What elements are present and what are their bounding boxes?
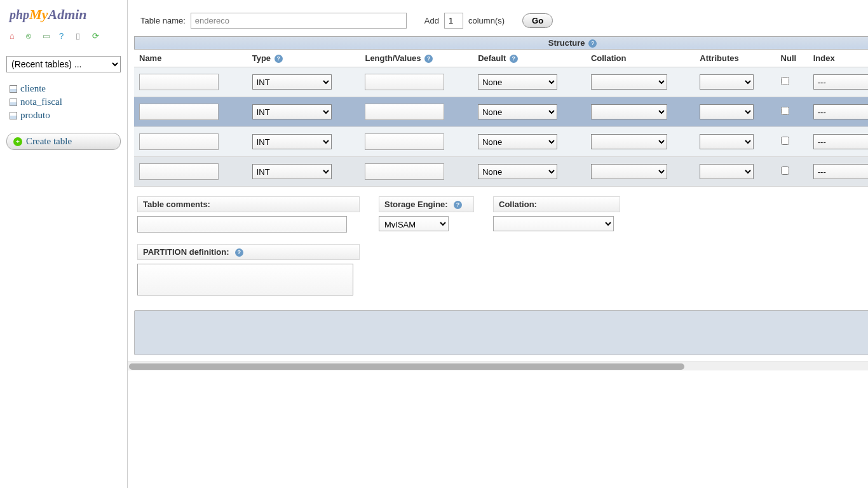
create-table-button[interactable]: + Create table [6,133,121,150]
col-index-select[interactable]: --- [813,164,868,179]
col-attributes-select[interactable] [700,74,754,90]
table-icon [10,85,17,93]
logo-php: php [10,8,29,22]
exit-icon[interactable]: ⎋ [26,31,36,41]
bottom-options: Table comments: PARTITION definition: ? … [134,196,868,297]
col-hdr-default: Default ? [473,50,586,67]
help-icon[interactable]: ? [454,201,462,209]
partition-label: PARTITION definition: ? [137,244,360,260]
recent-tables-select[interactable]: (Recent tables) ... [6,56,121,72]
main-panel: Table name: Add column(s) Go Structure ?… [127,0,868,488]
col-type-select[interactable]: INT [252,104,332,119]
table-icon [10,98,17,106]
table-name-input[interactable] [191,13,407,29]
table-icon [10,112,17,119]
table-link-nota-fiscal[interactable]: nota_fiscal [10,95,118,109]
help-icon[interactable]: ? [510,55,518,63]
columns-table: Name Type ? Length/Values ? Default ? Co… [134,50,868,187]
col-collation-select[interactable] [591,104,667,119]
help-icon[interactable]: ? [59,31,69,41]
horizontal-scrollbar[interactable] [128,362,868,370]
col-length-input[interactable] [365,163,444,180]
table-comments-label: Table comments: [137,196,360,212]
column-row: INT None --- [134,67,868,97]
col-default-select[interactable]: None [478,164,557,179]
col-hdr-type: Type ? [247,50,360,67]
storage-engine-label: Storage Engine: ? [379,196,474,212]
plus-icon: + [13,137,22,146]
add-columns-input[interactable] [444,13,463,29]
add-label: Add [424,16,439,25]
col-null-checkbox[interactable] [781,77,789,85]
docs-icon[interactable]: ▯ [76,31,86,41]
col-name-input[interactable] [139,163,219,180]
col-collation-select[interactable] [591,74,667,90]
collation-label: Collation: [493,196,620,212]
col-null-checkbox[interactable] [781,107,789,115]
partition-textarea[interactable] [137,264,353,295]
home-icon[interactable]: ⌂ [10,31,20,41]
col-collation-select[interactable] [591,134,667,149]
help-icon[interactable]: ? [424,55,433,63]
col-hdr-attributes: Attributes [695,50,775,67]
table-name-label: Table name: [140,16,186,25]
sidebar: phpMyAdmin ⌂ ⎋ ▭ ? ▯ ⟳ (Recent tables) .… [0,0,127,488]
column-row: INT None --- [134,157,868,187]
storage-engine-select[interactable]: MyISAM [379,216,449,231]
help-icon[interactable]: ? [588,39,597,48]
col-collation-select[interactable] [591,164,667,179]
col-default-select[interactable]: None [478,74,557,90]
col-index-select[interactable]: --- [813,74,868,90]
sql-icon[interactable]: ▭ [43,31,53,41]
nav-icons: ⌂ ⎋ ▭ ? ▯ ⟳ [0,26,127,46]
col-attributes-select[interactable] [700,104,754,119]
col-length-input[interactable] [365,104,444,120]
col-index-select[interactable]: --- [813,104,868,119]
col-null-checkbox[interactable] [781,137,789,145]
reload-icon[interactable]: ⟳ [92,31,102,41]
col-name-input[interactable] [139,74,219,90]
help-icon[interactable]: ? [235,248,243,257]
structure-header: Structure ? [134,36,868,50]
col-attributes-select[interactable] [700,134,754,149]
col-null-checkbox[interactable] [781,166,789,175]
column-row: INT None --- [134,127,868,157]
table-link-produto[interactable]: produto [10,109,118,122]
logo-my: My [29,6,48,22]
go-button[interactable]: Go [522,13,553,28]
db-table-list: cliente nota_fiscal produto [0,79,127,125]
create-table-label: Create table [26,136,72,147]
logo-admin: Admin [48,6,86,22]
col-hdr-index: Index [808,50,868,67]
top-bar: Table name: Add column(s) Go [134,13,868,29]
col-hdr-name: Name [134,50,247,67]
col-length-input[interactable] [365,133,444,150]
col-attributes-select[interactable] [700,164,754,179]
col-index-select[interactable]: --- [813,134,868,149]
col-name-input[interactable] [139,133,219,150]
col-type-select[interactable]: INT [252,134,332,149]
collation-select[interactable] [493,216,614,231]
col-hdr-null: Null [776,50,808,67]
col-default-select[interactable]: None [478,134,557,149]
recent-tables: (Recent tables) ... [6,56,121,72]
table-comments-input[interactable] [137,216,347,233]
col-type-select[interactable]: INT [252,74,332,90]
help-icon[interactable]: ? [275,55,283,63]
col-name-input[interactable] [139,104,219,120]
col-type-select[interactable]: INT [252,164,332,179]
table-link-cliente[interactable]: cliente [10,82,118,95]
columns-suffix: column(s) [468,16,505,25]
col-length-input[interactable] [365,74,444,90]
col-default-select[interactable]: None [478,104,557,119]
logo[interactable]: phpMyAdmin [0,0,127,26]
col-hdr-collation: Collation [586,50,695,67]
column-row: INT None --- [134,97,868,127]
col-hdr-length: Length/Values ? [360,50,473,67]
action-bar: Save Cancel [134,310,868,355]
